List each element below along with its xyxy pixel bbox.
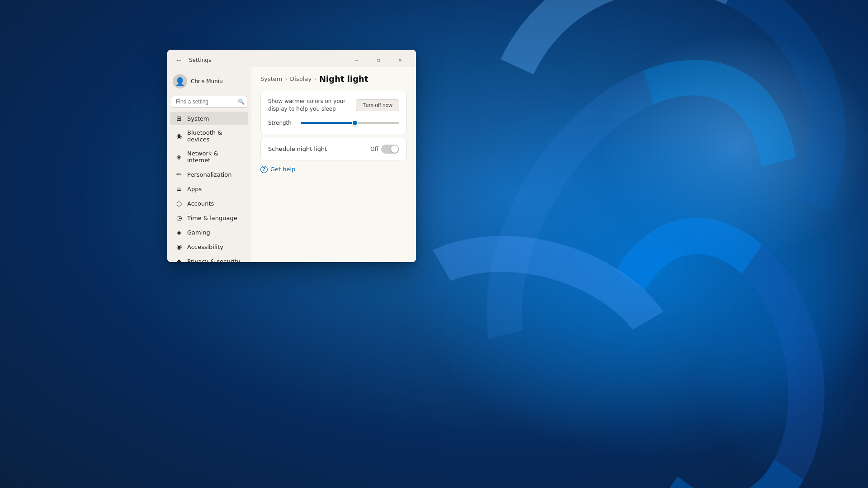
get-help-section: ? Get help	[260, 166, 407, 173]
sidebar-item-label-accessibility: Accessibility	[187, 244, 223, 250]
sidebar-item-gaming[interactable]: ◈ Gaming	[170, 225, 248, 239]
sidebar-item-time[interactable]: ◷ Time & language	[170, 211, 248, 225]
sidebar-item-apps[interactable]: ≡ Apps	[170, 182, 248, 196]
get-help-link[interactable]: Get help	[270, 166, 295, 173]
sidebar-item-label-gaming: Gaming	[187, 229, 210, 236]
page-title: Night light	[319, 74, 368, 84]
schedule-label: Schedule night light	[268, 145, 327, 152]
personalization-icon: ✏	[175, 171, 183, 178]
back-icon: ←	[176, 56, 182, 64]
back-button[interactable]: ←	[173, 54, 185, 66]
system-icon: ⊞	[175, 115, 183, 122]
avatar: 👤	[173, 74, 187, 89]
schedule-toggle[interactable]	[381, 145, 399, 154]
minimize-button[interactable]: ─	[346, 53, 367, 67]
sidebar-item-bluetooth[interactable]: ◉ Bluetooth & devices	[170, 126, 248, 146]
settings-window: ← Settings ─ □ ✕ 👤 Chris Muniu	[167, 50, 416, 262]
sidebar-item-personalization[interactable]: ✏ Personalization	[170, 168, 248, 181]
app-title: Settings	[189, 57, 211, 63]
slider-fill	[301, 122, 355, 124]
schedule-row: Schedule night light Off	[268, 145, 399, 154]
sidebar-item-label-accounts: Accounts	[187, 200, 214, 207]
content-area: 👤 Chris Muniu 🔍 ⊞ System ◉ Bluetooth & d…	[167, 67, 416, 262]
accessibility-icon: ◉	[175, 243, 183, 250]
sidebar: 👤 Chris Muniu 🔍 ⊞ System ◉ Bluetooth & d…	[167, 67, 251, 262]
time-icon: ◷	[175, 214, 183, 221]
sidebar-item-privacy[interactable]: ◆ Privacy & security	[170, 254, 248, 262]
breadcrumb-display[interactable]: Display	[290, 75, 311, 82]
title-bar-left: ← Settings	[173, 54, 211, 66]
schedule-card: Schedule night light Off	[260, 138, 407, 160]
apps-icon: ≡	[175, 185, 183, 192]
user-profile: 👤 Chris Muniu	[167, 70, 251, 94]
turn-off-button[interactable]: Turn off now	[356, 99, 399, 111]
main-panel: System › Display › Night light Show warm…	[251, 67, 416, 262]
sidebar-item-label-personalization: Personalization	[187, 171, 232, 178]
sidebar-item-label-privacy: Privacy & security	[187, 258, 240, 263]
accounts-icon: ○	[175, 200, 183, 207]
help-question-mark: ?	[263, 167, 265, 172]
sidebar-item-network[interactable]: ◈ Network & internet	[170, 147, 248, 167]
breadcrumb-system[interactable]: System	[260, 75, 282, 82]
night-light-header-row: Show warmer colors on your display to he…	[268, 98, 399, 113]
strength-label: Strength	[268, 120, 295, 126]
sidebar-item-accessibility[interactable]: ◉ Accessibility	[170, 240, 248, 253]
title-bar: ← Settings ─ □ ✕	[167, 50, 416, 67]
privacy-icon: ◆	[175, 258, 183, 262]
avatar-icon: 👤	[175, 77, 185, 86]
sidebar-item-label-bluetooth: Bluetooth & devices	[187, 129, 243, 143]
help-icon: ?	[260, 166, 268, 173]
maximize-button[interactable]: □	[368, 53, 389, 67]
breadcrumb-sep-1: ›	[285, 76, 287, 82]
wallpaper	[0, 0, 868, 488]
sidebar-item-label-system: System	[187, 115, 209, 122]
window-controls: ─ □ ✕	[346, 53, 410, 67]
search-icon: 🔍	[238, 99, 245, 105]
sidebar-item-system[interactable]: ⊞ System	[170, 112, 248, 125]
slider-track	[301, 122, 399, 124]
night-light-card: Show warmer colors on your display to he…	[260, 91, 407, 134]
slider-thumb[interactable]	[352, 120, 358, 126]
breadcrumb: System › Display › Night light	[260, 74, 407, 84]
sidebar-item-accounts[interactable]: ○ Accounts	[170, 197, 248, 210]
search-box: 🔍	[171, 96, 247, 108]
toggle-label: Off	[370, 146, 378, 152]
username: Chris Muniu	[191, 78, 223, 84]
network-icon: ◈	[175, 153, 183, 160]
gaming-icon: ◈	[175, 229, 183, 236]
sidebar-item-label-time: Time & language	[187, 215, 237, 221]
sidebar-item-label-network: Network & internet	[187, 150, 243, 164]
night-light-description: Show warmer colors on your display to he…	[268, 98, 350, 113]
toggle-container: Off	[370, 145, 399, 154]
sidebar-item-label-apps: Apps	[187, 186, 202, 192]
strength-slider-container	[301, 118, 399, 127]
bluetooth-icon: ◉	[175, 132, 183, 140]
search-icon-button[interactable]: 🔍	[238, 99, 245, 105]
search-input[interactable]	[171, 96, 247, 108]
strength-row: Strength	[268, 118, 399, 127]
breadcrumb-sep-2: ›	[314, 76, 316, 82]
close-button[interactable]: ✕	[390, 53, 410, 67]
